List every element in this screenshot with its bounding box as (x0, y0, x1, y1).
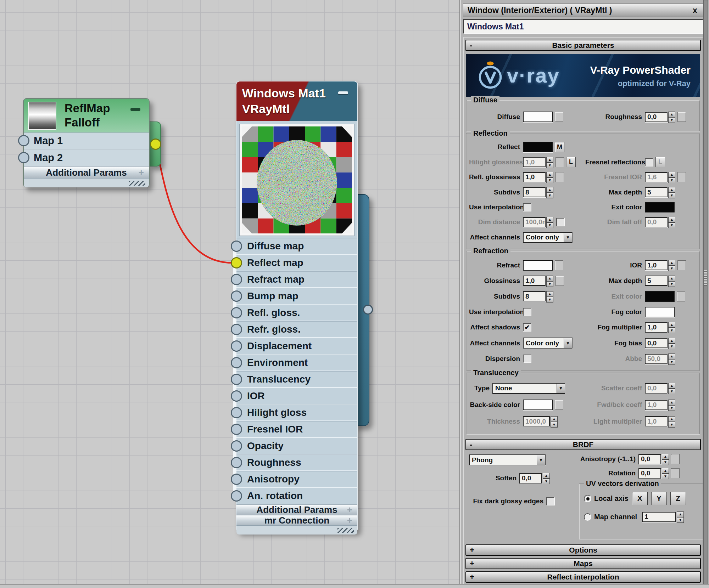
fix-dark-glossy-edges-checkbox[interactable] (546, 497, 555, 505)
refr-affect-channels-dropdown[interactable]: Color only ▼ (523, 338, 573, 349)
map2-input-socket[interactable] (18, 152, 29, 163)
fwd-bck-coeff-input[interactable]: 1,0 (645, 400, 668, 410)
slot-translucency[interactable]: Translucency (236, 371, 357, 388)
rollout-reflect-interpolation[interactable]: + Reflect interpolation (465, 571, 701, 583)
hilight-glossiness-input[interactable]: 1,0 (523, 157, 546, 167)
brdf-type-dropdown[interactable]: Phong ▼ (469, 454, 546, 465)
rotation-spinner[interactable]: ▲▼ (662, 468, 669, 479)
ior-spinner[interactable]: ▲▼ (668, 260, 675, 271)
slot-refr-gloss[interactable]: Refr. gloss. (236, 321, 357, 338)
affect-shadows-checkbox[interactable] (523, 323, 531, 332)
slot-hilight-gloss[interactable]: Hilight gloss (236, 405, 357, 421)
translucency-socket[interactable] (231, 374, 242, 385)
roughness-map-button[interactable] (677, 112, 686, 122)
fwd-bck-coeff-spinner[interactable]: ▲▼ (668, 400, 675, 410)
slot-opacity[interactable]: Opacity (236, 438, 357, 454)
slot-roughness[interactable]: Roughness (236, 454, 357, 471)
max-depth-spinner[interactable]: ▲▼ (668, 187, 675, 198)
refr-use-interpolation-checkbox[interactable] (523, 308, 531, 316)
refl-glossiness-input[interactable]: 1,0 (523, 172, 546, 182)
subdivs-input[interactable]: 8 (523, 187, 546, 197)
slot-bump-map[interactable]: Bump map (236, 288, 357, 305)
falloff-additional-params-bar[interactable]: Additional Params + (24, 166, 149, 179)
close-icon[interactable]: x (693, 5, 697, 15)
hilight-glossiness-map-button[interactable] (556, 157, 564, 167)
map1-input-socket[interactable] (18, 135, 29, 146)
fresnel-ior-spinner[interactable]: ▲▼ (668, 172, 675, 182)
hilight-glossiness-lock-button[interactable]: L (566, 157, 576, 167)
max-depth-input[interactable]: 5 (645, 187, 668, 197)
affect-channels-dropdown[interactable]: Color only ▼ (523, 232, 573, 243)
scatter-coeff-spinner[interactable]: ▲▼ (668, 383, 675, 394)
diffuse-color-swatch[interactable] (523, 112, 553, 122)
chevron-down-icon[interactable]: ▼ (537, 455, 545, 465)
environment-socket[interactable] (231, 357, 242, 368)
slot-refract-map[interactable]: Refract map (236, 271, 357, 288)
dispersion-checkbox[interactable] (523, 355, 531, 363)
panel-scrollbar[interactable] (703, 0, 708, 588)
vraymtl-node-header[interactable]: Windows Mat1 VRayMtl (236, 81, 357, 121)
abbe-input[interactable]: 50,0 (645, 354, 668, 364)
dim-distance-checkbox[interactable] (556, 218, 565, 226)
dim-distance-spinner[interactable]: ▲▼ (546, 217, 553, 227)
diffuse-map-socket[interactable] (231, 241, 242, 252)
refl-gloss-socket[interactable] (231, 307, 242, 318)
axis-z-button[interactable]: Z (670, 492, 686, 505)
an-rotation-socket[interactable] (231, 490, 242, 502)
use-interpolation-checkbox[interactable] (523, 203, 531, 211)
refr-max-depth-spinner[interactable]: ▲▼ (668, 276, 675, 286)
diffuse-map-button[interactable] (555, 112, 563, 122)
rollout-basic-parameters[interactable]: - Basic parameters (465, 40, 701, 51)
map-channel-input[interactable]: 1 (642, 512, 676, 522)
refr-exit-color-button[interactable] (677, 292, 685, 301)
slot-diffuse-map[interactable]: Diffuse map (236, 238, 357, 255)
thickness-spinner[interactable]: ▲▼ (551, 416, 558, 427)
panel-title-bar[interactable]: Window (Interior/Exterior) ( VRayMtl ) x (463, 4, 703, 17)
fresnel-ior-map-button[interactable] (677, 172, 686, 182)
thickness-input[interactable]: 1000,0 (523, 416, 550, 426)
node-falloff[interactable]: ReflMap Falloff Map 1 Map 2 Additional P… (23, 98, 150, 187)
chevron-down-icon[interactable]: ▼ (564, 338, 572, 348)
anisotropy-map-button[interactable] (671, 454, 680, 464)
minimize-icon[interactable] (338, 91, 348, 94)
slot-an-rotation[interactable]: An. rotation (236, 488, 357, 504)
axis-x-button[interactable]: X (632, 492, 648, 505)
expand-plus-icon[interactable]: + (347, 515, 352, 526)
rotation-input[interactable]: 0,0 (638, 468, 661, 479)
anisotropy-input[interactable]: 0,0 (638, 454, 661, 464)
dim-fall-off-spinner[interactable]: ▲▼ (668, 217, 675, 227)
scrollbar-thumb[interactable] (704, 270, 707, 286)
falloff-output-socket[interactable] (150, 138, 161, 150)
hilight-glossiness-spinner[interactable]: ▲▼ (546, 157, 553, 168)
expand-plus-icon[interactable]: + (139, 167, 144, 178)
chevron-down-icon[interactable]: ▼ (564, 233, 572, 242)
refract-map-socket[interactable] (231, 274, 242, 285)
ior-map-button[interactable] (677, 260, 686, 270)
map-channel-radio[interactable] (584, 513, 591, 521)
resize-grip-icon[interactable] (337, 528, 354, 533)
hilight-gloss-socket[interactable] (231, 407, 242, 418)
vray-mr-connection-bar[interactable]: mr Connection + (236, 515, 357, 526)
map-channel-spinner[interactable]: ▲▼ (677, 511, 684, 522)
fog-bias-spinner[interactable]: ▲▼ (668, 338, 675, 349)
abbe-spinner[interactable]: ▲▼ (668, 354, 675, 364)
slot-ior[interactable]: IOR (236, 388, 357, 405)
vraymtl-output-socket[interactable] (363, 305, 373, 315)
light-multiplier-spinner[interactable]: ▲▼ (668, 416, 675, 427)
material-name-field[interactable]: Windows Mat1 (463, 19, 703, 34)
chevron-down-icon[interactable]: ▼ (557, 384, 565, 393)
resize-grip-icon[interactable] (129, 181, 145, 186)
soften-spinner[interactable]: ▲▼ (543, 473, 550, 484)
refr-subdivs-input[interactable]: 8 (523, 291, 546, 301)
fresnel-ior-input[interactable]: 1,6 (645, 172, 668, 182)
vray-additional-params-bar[interactable]: Additional Params + (236, 504, 357, 515)
back-side-color-swatch[interactable] (523, 400, 553, 410)
fog-bias-input[interactable]: 0,0 (645, 338, 668, 348)
anisotropy-spinner[interactable]: ▲▼ (662, 454, 669, 464)
falloff-slot-map2[interactable]: Map 2 (24, 149, 149, 166)
exit-color-swatch[interactable] (645, 202, 675, 213)
expand-plus-icon[interactable]: + (347, 504, 352, 515)
refract-map-button[interactable] (555, 260, 563, 270)
fresnel-ior-socket[interactable] (231, 424, 242, 435)
slot-refl-gloss[interactable]: Refl. gloss. (236, 305, 357, 321)
